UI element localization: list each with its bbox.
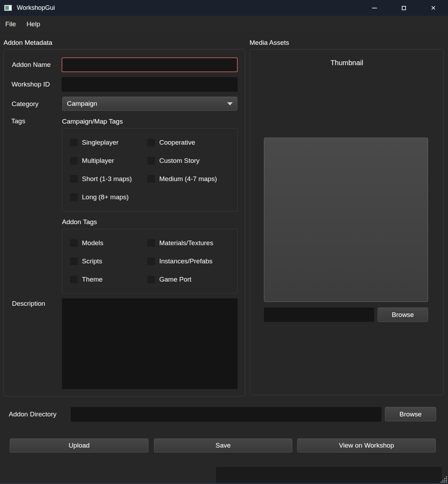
checkbox-label: Models <box>82 239 103 247</box>
thumbnail-label: Thumbnail <box>250 59 443 67</box>
view-on-workshop-button[interactable]: View on Workshop <box>297 438 436 452</box>
checkbox-box[interactable] <box>70 239 78 247</box>
workshop-id-input[interactable] <box>62 77 238 92</box>
tags-label: Tags <box>11 117 25 125</box>
campaign-map-tags-group: Singleplayer Cooperative Multiplayer Cus… <box>62 128 238 212</box>
addon-metadata-section-label: Addon Metadata <box>4 39 52 47</box>
checkbox-box[interactable] <box>147 276 155 283</box>
checkbox-box[interactable] <box>70 193 78 201</box>
checkbox-label: Materials/Textures <box>159 239 213 247</box>
workshop-id-label: Workshop ID <box>12 81 50 88</box>
window-title: WorkshopGui <box>17 4 55 12</box>
checkbox-custom-story[interactable]: Custom Story <box>147 157 237 165</box>
window-controls: ✕ <box>360 0 448 16</box>
addon-directory-browse-button[interactable]: Browse <box>385 407 436 421</box>
checkbox-label: Cooperative <box>159 139 195 146</box>
app-icon-light-block <box>9 6 11 10</box>
checkbox-theme[interactable]: Theme <box>70 276 147 283</box>
minimize-button[interactable] <box>360 0 389 16</box>
upload-button[interactable]: Upload <box>10 438 148 452</box>
checkbox-scripts[interactable]: Scripts <box>70 257 147 265</box>
workshopgui-window: WorkshopGui ✕ File Help Addon Metadata M… <box>0 0 448 484</box>
checkbox-label: Short (1-3 maps) <box>82 175 132 183</box>
chevron-down-icon <box>227 102 233 105</box>
checkbox-box[interactable] <box>147 139 155 146</box>
checkbox-box[interactable] <box>147 257 155 265</box>
checkbox-box[interactable] <box>147 157 155 165</box>
save-button[interactable]: Save <box>154 438 292 452</box>
media-assets-section-label: Media Assets <box>250 39 289 47</box>
media-assets-group: Thumbnail Browse <box>250 49 444 395</box>
checkbox-medium-maps[interactable]: Medium (4-7 maps) <box>147 175 237 183</box>
campaign-map-tags-title: Campaign/Map Tags <box>62 118 123 125</box>
addon-name-input[interactable] <box>62 57 238 72</box>
checkbox-box[interactable] <box>70 175 78 183</box>
close-button[interactable]: ✕ <box>419 0 448 16</box>
checkbox-cooperative[interactable]: Cooperative <box>147 139 237 146</box>
category-dropdown[interactable]: Campaign <box>62 97 237 111</box>
resize-grip[interactable] <box>440 476 447 483</box>
thumbnail-path-input[interactable] <box>264 307 374 322</box>
addon-directory-label: Addon Directory <box>9 410 56 418</box>
minimize-icon <box>372 8 377 8</box>
checkbox-box[interactable] <box>70 139 78 146</box>
checkbox-label: Singleplayer <box>82 139 119 146</box>
titlebar: WorkshopGui ✕ <box>0 0 448 16</box>
checkbox-short-maps[interactable]: Short (1-3 maps) <box>70 175 147 183</box>
addon-directory-input[interactable] <box>71 407 382 422</box>
maximize-button[interactable] <box>389 0 419 16</box>
menu-help[interactable]: Help <box>21 16 46 32</box>
category-selected-value: Campaign <box>67 100 97 108</box>
checkbox-label: Medium (4-7 maps) <box>159 175 217 183</box>
checkbox-label: Instances/Prefabs <box>159 257 212 265</box>
checkbox-label: Custom Story <box>159 157 200 165</box>
description-textarea[interactable] <box>62 298 238 389</box>
checkbox-multiplayer[interactable]: Multiplayer <box>70 157 147 165</box>
checkbox-models[interactable]: Models <box>70 239 147 247</box>
checkbox-box[interactable] <box>70 276 78 283</box>
checkbox-label: Scripts <box>82 257 102 265</box>
checkbox-label: Theme <box>82 276 103 283</box>
status-box <box>216 467 442 483</box>
checkbox-long-maps[interactable]: Long (8+ maps) <box>70 193 147 201</box>
checkbox-box[interactable] <box>70 257 78 265</box>
addon-tags-group: Models Materials/Textures Scripts Instan… <box>62 229 238 293</box>
addon-metadata-group: Addon Name Workshop ID Category Campaign… <box>4 49 245 396</box>
checkbox-singleplayer[interactable]: Singleplayer <box>70 139 147 146</box>
description-label: Description <box>12 300 45 307</box>
checkbox-materials-textures[interactable]: Materials/Textures <box>147 239 237 247</box>
addon-name-label: Addon Name <box>12 61 51 69</box>
close-icon: ✕ <box>430 5 436 11</box>
menubar: File Help <box>0 16 448 33</box>
checkbox-game-port[interactable]: Game Port <box>147 276 237 283</box>
checkbox-instances-prefabs[interactable]: Instances/Prefabs <box>147 257 237 265</box>
checkbox-label: Multiplayer <box>82 157 114 165</box>
checkbox-box[interactable] <box>70 157 78 165</box>
checkbox-box[interactable] <box>147 175 155 183</box>
menu-file[interactable]: File <box>0 16 21 32</box>
maximize-icon <box>402 6 406 10</box>
checkbox-label: Game Port <box>159 276 191 283</box>
checkbox-label: Long (8+ maps) <box>82 193 129 201</box>
checkbox-box[interactable] <box>147 239 155 247</box>
app-icon <box>4 5 12 11</box>
category-label: Category <box>12 100 38 108</box>
thumbnail-preview <box>264 138 428 302</box>
thumbnail-browse-button[interactable]: Browse <box>378 307 428 322</box>
addon-tags-title: Addon Tags <box>62 218 97 226</box>
